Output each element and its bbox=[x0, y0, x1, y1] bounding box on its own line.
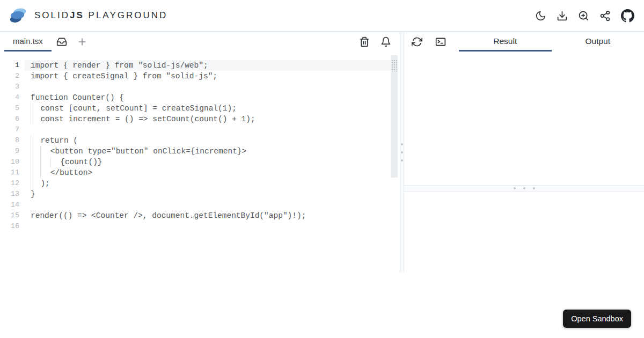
line-number: 7 bbox=[0, 124, 19, 135]
code-editor[interactable]: 12345678910111213141516 import { render … bbox=[0, 52, 400, 273]
code-line[interactable]: const increment = () => setCount(count()… bbox=[25, 114, 391, 124]
tabbar-spacer bbox=[92, 32, 359, 52]
line-number: 5 bbox=[0, 103, 19, 114]
add-tab-button[interactable] bbox=[72, 32, 92, 52]
handle-dot bbox=[533, 187, 535, 189]
zoom-in-icon bbox=[578, 10, 589, 21]
delete-button[interactable] bbox=[359, 36, 370, 47]
line-number: 16 bbox=[0, 221, 19, 232]
terminal-icon bbox=[435, 36, 446, 47]
horizontal-resize-handle[interactable] bbox=[404, 185, 644, 192]
handle-dot bbox=[401, 143, 403, 145]
tab-output[interactable]: Output bbox=[552, 32, 644, 52]
editor-pane: main.tsx 1234567891011 bbox=[0, 32, 400, 273]
share-button[interactable] bbox=[599, 10, 611, 21]
line-number: 15 bbox=[0, 210, 19, 221]
workspace: main.tsx 1234567891011 bbox=[0, 32, 644, 273]
code-area[interactable]: import { render } from "solid-js/web";im… bbox=[25, 60, 391, 273]
tab-result[interactable]: Result bbox=[459, 32, 552, 52]
line-number: 10 bbox=[0, 157, 19, 167]
handle-dot bbox=[401, 151, 403, 153]
result-header: Result Output bbox=[404, 32, 644, 52]
result-frame[interactable] bbox=[404, 52, 644, 185]
dark-mode-icon bbox=[535, 10, 546, 21]
handle-dot bbox=[514, 187, 516, 189]
bell-icon bbox=[380, 36, 391, 47]
line-number: 4 bbox=[0, 92, 19, 103]
line-number: 8 bbox=[0, 135, 19, 146]
inbox-icon bbox=[56, 36, 67, 47]
refresh-icon bbox=[412, 36, 422, 47]
tabbar-actions bbox=[359, 32, 391, 52]
line-number: 12 bbox=[0, 178, 19, 189]
code-line[interactable] bbox=[25, 124, 391, 135]
share-icon bbox=[599, 10, 611, 21]
open-sandbox-button[interactable]: Open Sandbox bbox=[563, 310, 631, 328]
download-button[interactable] bbox=[557, 10, 568, 21]
line-number: 1 bbox=[0, 60, 19, 71]
header-actions bbox=[535, 9, 634, 23]
code-line[interactable] bbox=[25, 221, 391, 232]
add-tab-icon bbox=[77, 36, 87, 47]
code-line[interactable] bbox=[25, 200, 391, 210]
solidjs-playground-app: SOLIDJS PLAYGROUND main.tsx bbox=[0, 0, 644, 338]
tab-main-tsx[interactable]: main.tsx bbox=[4, 32, 52, 52]
line-number: 13 bbox=[0, 189, 19, 200]
code-line[interactable]: import { createSignal } from "solid-js"; bbox=[25, 71, 391, 82]
code-line[interactable]: render(() => <Counter />, document.getEl… bbox=[25, 210, 391, 221]
code-line[interactable]: ); bbox=[25, 178, 391, 189]
code-line[interactable]: const [count, setCount] = createSignal(1… bbox=[25, 103, 391, 114]
result-pane: Result Output bbox=[404, 32, 644, 273]
line-number: 14 bbox=[0, 200, 19, 210]
import-files-button[interactable] bbox=[52, 32, 72, 52]
line-number: 9 bbox=[0, 146, 19, 157]
code-line[interactable]: return ( bbox=[25, 135, 391, 146]
refresh-button[interactable] bbox=[412, 32, 422, 52]
dark-mode-button[interactable] bbox=[535, 10, 546, 21]
solidjs-logo-icon bbox=[9, 6, 27, 25]
notifications-button[interactable] bbox=[380, 36, 391, 47]
page-title: SOLIDJS PLAYGROUND bbox=[34, 10, 167, 21]
code-line[interactable]: </button> bbox=[25, 167, 391, 178]
code-line[interactable] bbox=[25, 82, 391, 92]
app-header: SOLIDJS PLAYGROUND bbox=[0, 0, 644, 32]
gutter: 12345678910111213141516 bbox=[0, 60, 25, 273]
code-line[interactable]: import { render } from "solid-js/web"; bbox=[25, 60, 391, 71]
zoom-in-button[interactable] bbox=[578, 10, 589, 21]
line-number: 6 bbox=[0, 114, 19, 124]
scrollbar-thumb[interactable] bbox=[391, 60, 397, 71]
handle-dot bbox=[401, 159, 403, 161]
download-icon bbox=[557, 10, 568, 21]
line-number: 3 bbox=[0, 82, 19, 92]
output-frame[interactable] bbox=[404, 192, 644, 273]
code-line[interactable]: function Counter() { bbox=[25, 92, 391, 103]
github-button[interactable] bbox=[621, 9, 634, 23]
line-number: 2 bbox=[0, 71, 19, 82]
terminal-button[interactable] bbox=[435, 32, 446, 52]
github-icon bbox=[621, 9, 634, 23]
line-number: 11 bbox=[0, 167, 19, 178]
code-line[interactable]: <button type="button" onClick={increment… bbox=[25, 146, 391, 157]
code-line[interactable]: } bbox=[25, 189, 391, 200]
file-tabbar: main.tsx bbox=[0, 32, 400, 52]
trash-icon bbox=[359, 36, 370, 47]
vertical-resize-handle[interactable] bbox=[400, 32, 404, 273]
code-line[interactable]: {count()} bbox=[25, 157, 391, 167]
handle-dot bbox=[523, 187, 525, 189]
editor-scrollbar[interactable] bbox=[391, 55, 398, 178]
